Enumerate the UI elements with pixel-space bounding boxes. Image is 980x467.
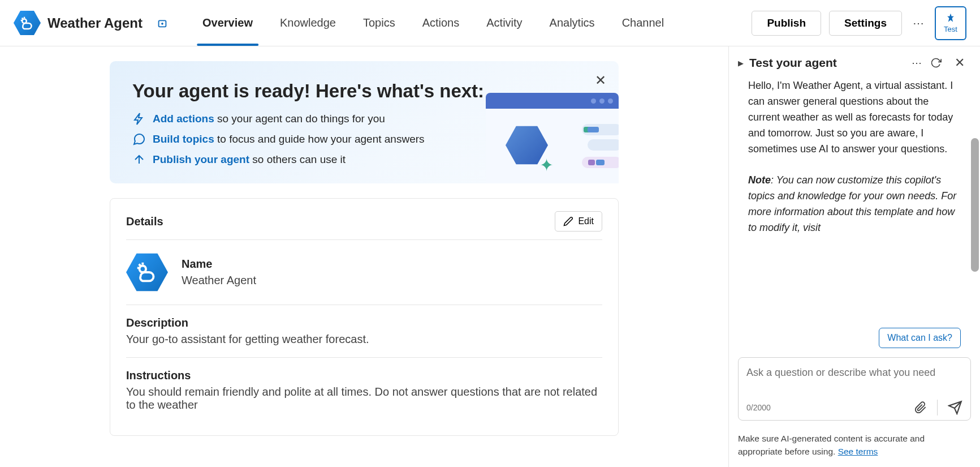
publish-link[interactable]: Publish your agent xyxy=(153,153,249,165)
edit-button[interactable]: Edit xyxy=(555,211,602,232)
hero-banner: ✕ Your agent is ready! Here's what's nex… xyxy=(110,61,619,183)
hero-text-0: so your agent can do things for you xyxy=(214,113,385,125)
bot-greeting: Hello, I'm Weather Agent, a virtual assi… xyxy=(748,80,953,155)
agent-icon xyxy=(14,10,41,37)
nav-tabs: Overview Knowledge Topics Actions Activi… xyxy=(189,0,677,46)
tab-channel[interactable]: Channel xyxy=(608,0,678,46)
edit-label: Edit xyxy=(578,216,594,226)
settings-button[interactable]: Settings xyxy=(829,11,902,36)
arrow-up-icon xyxy=(132,153,146,166)
add-actions-link[interactable]: Add actions xyxy=(153,113,214,125)
disclaimer: Make sure AI-generated content is accura… xyxy=(738,427,971,468)
tab-knowledge[interactable]: Knowledge xyxy=(266,0,349,46)
attach-icon[interactable] xyxy=(914,401,927,414)
hero-text-1: to focus and guide how your agent answer… xyxy=(214,133,425,145)
chat-input-card: Ask a question or describe what you need… xyxy=(738,357,971,421)
close-icon[interactable]: ✕ xyxy=(595,72,606,88)
name-value: Weather Agent xyxy=(182,274,256,287)
agent-edit-icon[interactable] xyxy=(156,17,169,29)
detail-description-row: Description Your go-to assistant for get… xyxy=(126,305,602,358)
publish-button[interactable]: Publish xyxy=(752,11,821,36)
name-label: Name xyxy=(182,258,256,271)
test-more-icon[interactable]: ⋯ xyxy=(909,57,925,69)
detail-name-row: Name Weather Agent xyxy=(126,240,602,305)
note-label: Note xyxy=(748,174,771,186)
more-icon[interactable]: ⋯ xyxy=(910,16,927,30)
tab-activity[interactable]: Activity xyxy=(473,0,536,46)
suggestion-chip[interactable]: What can I ask? xyxy=(879,328,961,348)
collapse-icon[interactable]: ▶ xyxy=(738,59,744,67)
detail-agent-icon xyxy=(126,251,168,293)
bolt-icon xyxy=(132,112,146,126)
pin-icon xyxy=(945,12,956,24)
test-panel: ▶ Test your agent ⋯ ✕ Hello, I'm Weather… xyxy=(728,46,980,467)
suggestion-wrap: What can I ask? xyxy=(738,323,971,355)
tab-actions[interactable]: Actions xyxy=(409,0,473,46)
hero-text-2: so others can use it xyxy=(249,153,346,165)
test-button-label: Test xyxy=(944,25,957,33)
detail-instructions-row: Instructions You should remain friendly … xyxy=(126,358,602,423)
top-header: Weather Agent Overview Knowledge Topics … xyxy=(0,0,980,46)
scrollbar[interactable] xyxy=(971,138,979,272)
test-button[interactable]: Test xyxy=(935,6,966,40)
test-panel-title: Test your agent xyxy=(749,56,903,70)
chat-area: Hello, I'm Weather Agent, a virtual assi… xyxy=(738,78,971,323)
details-header: Details Edit xyxy=(126,211,602,240)
details-title: Details xyxy=(126,215,163,228)
instructions-label: Instructions xyxy=(126,369,602,382)
bot-message: Hello, I'm Weather Agent, a virtual assi… xyxy=(748,78,961,236)
header-right: Publish Settings ⋯ Test xyxy=(752,6,966,40)
test-panel-header: ▶ Test your agent ⋯ ✕ xyxy=(738,46,971,78)
description-label: Description xyxy=(126,316,602,329)
disclaimer-text: Make sure AI-generated content is accura… xyxy=(738,434,925,456)
chat-icon xyxy=(132,132,146,146)
details-card: Details Edit Name Weather Agent xyxy=(110,198,619,436)
pencil-icon xyxy=(563,216,573,226)
tab-analytics[interactable]: Analytics xyxy=(536,0,608,46)
instructions-value: You should remain friendly and polite at… xyxy=(126,385,602,412)
note-text: : You can now customize this copilot's t… xyxy=(748,174,956,233)
test-close-icon[interactable]: ✕ xyxy=(952,55,968,70)
refresh-icon[interactable] xyxy=(930,57,946,68)
description-value: Your go-to assistant for getting weather… xyxy=(126,333,602,346)
see-terms-link[interactable]: See terms xyxy=(838,447,878,456)
hero-illustration: ✦ xyxy=(486,93,619,183)
tab-overview[interactable]: Overview xyxy=(189,0,266,46)
send-icon[interactable] xyxy=(948,400,962,415)
agent-title: Weather Agent xyxy=(48,15,143,31)
char-count: 0/2000 xyxy=(746,403,771,412)
tab-topics[interactable]: Topics xyxy=(349,0,409,46)
chat-input[interactable]: Ask a question or describe what you need xyxy=(746,366,962,395)
build-topics-link[interactable]: Build topics xyxy=(153,133,214,145)
main-pane: ✕ Your agent is ready! Here's what's nex… xyxy=(0,46,728,467)
input-footer: 0/2000 xyxy=(746,400,962,415)
